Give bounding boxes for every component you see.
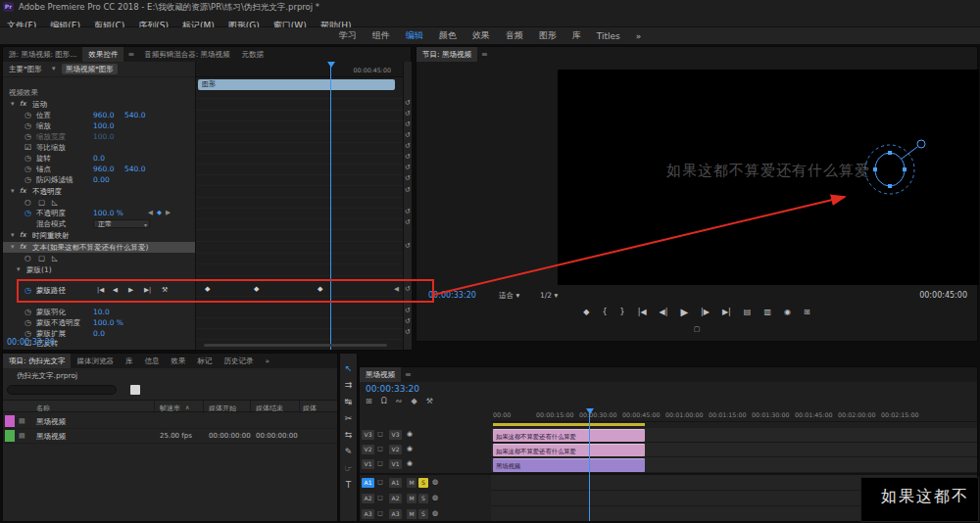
project-file-name[interactable]: 伪扫光文字.prproj	[17, 371, 77, 381]
add-marker-icon[interactable]: ◆	[583, 308, 589, 317]
keyframe-icon[interactable]: ◀	[394, 284, 399, 295]
reset-parameter-icon[interactable]: ↺	[405, 317, 411, 325]
hand-tool[interactable]: ☞	[340, 463, 357, 473]
column-header[interactable]: 媒体开始	[209, 404, 236, 413]
column-divider[interactable]	[250, 401, 251, 413]
solo-button[interactable]: S	[418, 478, 428, 488]
track-lock-icon[interactable]: ◻	[377, 430, 383, 438]
panel-tab[interactable]: 历史记录	[218, 354, 259, 368]
reset-parameter-icon[interactable]: ↺	[405, 164, 411, 171]
project-item-row[interactable]: ▤黑场视频	[3, 414, 338, 429]
label-color-swatch[interactable]	[5, 430, 15, 442]
step-back-icon[interactable]: ◀|	[660, 308, 668, 317]
item-name[interactable]: 黑场视频	[36, 429, 66, 444]
timeline-current-timecode[interactable]: 00:00:33:20	[366, 384, 419, 394]
search-input[interactable]	[7, 385, 117, 395]
workspace-tab-titles[interactable]: Titles	[597, 31, 620, 41]
reset-parameter-icon[interactable]: ↺	[405, 153, 411, 161]
keyframe-ruler[interactable]: 00:00:45:00	[196, 62, 403, 77]
selection-tool[interactable]: ↖	[340, 363, 357, 373]
panel-menu-icon[interactable]: ≡	[123, 47, 138, 62]
mute-button[interactable]: M	[407, 478, 416, 488]
track-lock-icon[interactable]: ◻	[377, 509, 383, 517]
mark-in-icon[interactable]: {	[603, 308, 608, 317]
source-patch[interactable]: V2	[362, 445, 374, 454]
param-value[interactable]: 0.0	[93, 153, 105, 164]
project-item-row[interactable]: ▤黑场视频25.00 fps00:00:00:0000:00:00:00	[3, 429, 338, 444]
mute-button[interactable]: M	[407, 509, 416, 519]
column-header[interactable]: 名称	[36, 404, 50, 413]
workspace-tab-ws[interactable]: 编辑	[406, 29, 423, 42]
track-target-toggle[interactable]: A1	[389, 478, 402, 488]
previous-keyframe-icon[interactable]: ◀	[148, 208, 153, 218]
clip-duration-bar[interactable]: 图形	[198, 79, 395, 90]
mask-pen-icon[interactable]: ◺	[52, 253, 58, 263]
mask-handle-circle[interactable]	[917, 140, 925, 148]
voiceover-record-icon[interactable]: ◍	[432, 478, 438, 486]
mark-out-icon[interactable]: }	[620, 308, 625, 317]
go-to-previous-keyframe-icon[interactable]: |◀	[97, 285, 104, 296]
go-to-in-icon[interactable]: |◀	[638, 308, 647, 317]
project-column-header[interactable]: 名称帧速率媒体开始媒体结束媒体∧	[3, 400, 337, 412]
lift-icon[interactable]: ▤	[744, 308, 752, 317]
reset-parameter-icon[interactable]: ↺	[405, 174, 411, 182]
go-to-out-icon[interactable]: ▶|	[722, 308, 731, 317]
reset-parameter-icon[interactable]: ↺	[405, 328, 411, 336]
toggle-track-output-eye-icon[interactable]: ◉	[407, 459, 413, 467]
workspace-tab-ws[interactable]: 颜色	[439, 29, 457, 42]
track-lock-icon[interactable]: ◻	[377, 494, 383, 501]
reset-parameter-icon[interactable]: ↺	[405, 142, 411, 150]
mute-button[interactable]: M	[407, 494, 416, 503]
workspace-tab-ws[interactable]: 效果	[472, 29, 490, 42]
stopwatch-icon[interactable]: ◷	[24, 164, 31, 174]
in-out-range-bar[interactable]	[493, 423, 645, 426]
mask-vertex-top[interactable]	[888, 151, 892, 155]
video-audio-divider[interactable]	[360, 473, 977, 475]
previous-keyframe-icon[interactable]: ◀	[113, 285, 118, 296]
reset-parameter-icon[interactable]: ↺	[405, 120, 411, 128]
panel-tab[interactable]: 效果	[165, 354, 191, 368]
track-target-toggle[interactable]: A3	[389, 509, 402, 519]
track-target-toggle[interactable]: V3	[389, 430, 402, 440]
ripple-edit-tool[interactable]: ↹	[340, 397, 357, 406]
reset-parameter-icon[interactable]: ↺	[405, 208, 411, 215]
workspace-tab-ws[interactable]: 组件	[372, 29, 390, 42]
tab-sequence[interactable]: 黑场视频	[360, 367, 401, 382]
mask-vertex-left[interactable]	[873, 167, 877, 171]
track-lock-icon[interactable]: ◻	[377, 478, 383, 486]
source-patch[interactable]: V3	[362, 430, 374, 440]
timeline-playhead-handle[interactable]	[586, 408, 594, 414]
item-name[interactable]: 黑场视频	[36, 414, 66, 429]
type-tool[interactable]: T	[340, 480, 357, 490]
workspace-tab-ws[interactable]: 图形	[539, 29, 557, 42]
stopwatch-icon[interactable]: ◷	[24, 131, 31, 142]
panel-tab[interactable]: 库	[120, 354, 139, 368]
track-clip-label[interactable]: 黑场视频*图形	[62, 64, 118, 74]
param-value[interactable]: 0.00	[93, 174, 110, 185]
extract-icon[interactable]: ▥	[763, 308, 771, 317]
playback-resolution-select[interactable]: 1/2 ▾	[540, 291, 558, 300]
reset-parameter-icon[interactable]: ↺	[405, 307, 411, 314]
chevron-down-icon[interactable]: ▾	[52, 65, 56, 72]
tab-overflow-icon[interactable]: »	[259, 354, 275, 368]
snap-icon[interactable]: Ω	[381, 397, 387, 405]
reset-parameter-icon[interactable]: ↺	[405, 285, 411, 293]
label-color-swatch[interactable]	[5, 415, 15, 427]
source-patch[interactable]: A1	[362, 478, 374, 488]
solo-button[interactable]: S	[418, 494, 428, 503]
blend-mode-select[interactable]: 正常▾	[93, 219, 150, 228]
stopwatch-icon[interactable]: ◷	[24, 110, 31, 120]
panel-tab[interactable]: 音频剪辑混合器: 黑场视频	[138, 47, 235, 62]
stopwatch-icon[interactable]: ◷	[24, 317, 31, 328]
mask-vertex-bottom[interactable]	[888, 184, 892, 188]
effect-current-timecode[interactable]: 00:00:33:20	[7, 338, 55, 347]
twirl-icon[interactable]: ▾	[17, 264, 21, 275]
param-value[interactable]: 100.0	[93, 131, 114, 142]
param-value[interactable]: 960.0	[93, 110, 114, 120]
checkbox-icon[interactable]: ☑	[24, 142, 31, 153]
source-patch[interactable]: A3	[362, 509, 374, 519]
keyframe-zoom-scrollbar[interactable]	[204, 344, 387, 347]
timeline-clip[interactable]: 如果这都不算爱还有什么算爱	[493, 429, 645, 442]
panel-tab[interactable]: 元数据	[236, 47, 270, 62]
panel-tab[interactable]: 源: 黑场视频: 图形...	[3, 47, 82, 62]
